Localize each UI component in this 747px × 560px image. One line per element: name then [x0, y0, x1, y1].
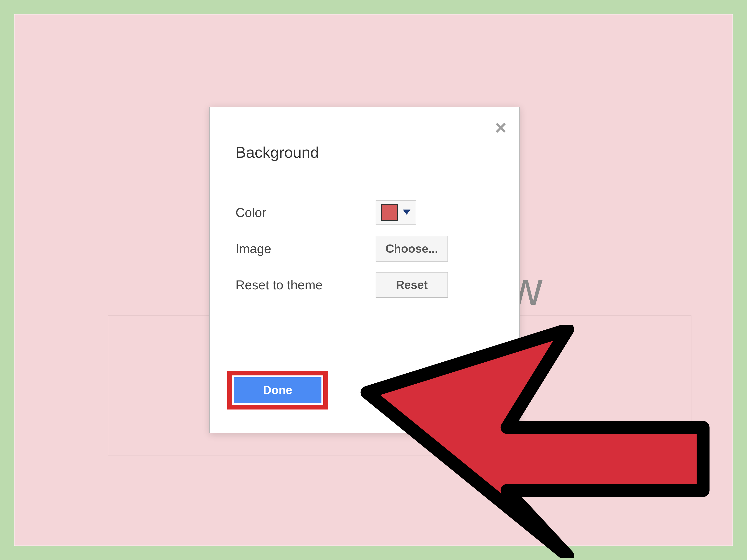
reset-button[interactable]: Reset: [376, 272, 448, 298]
content-frame: ow le × Background Color Image Choose...…: [14, 14, 733, 546]
color-label: Color: [235, 205, 376, 220]
image-label: Image: [235, 241, 376, 256]
row-image: Image Choose...: [235, 235, 503, 263]
color-picker[interactable]: [376, 201, 416, 225]
row-reset: Reset to theme Reset: [235, 271, 503, 299]
chevron-down-icon: [403, 210, 411, 216]
color-swatch-icon: [381, 204, 398, 221]
done-button[interactable]: Done: [234, 377, 321, 403]
choose-button[interactable]: Choose...: [376, 236, 448, 262]
close-icon[interactable]: ×: [495, 117, 507, 137]
dialog-title: Background: [235, 143, 503, 161]
row-color: Color: [235, 198, 503, 226]
background-dialog: × Background Color Image Choose... Reset…: [209, 107, 520, 433]
svg-marker-0: [403, 210, 411, 215]
done-highlight-box: Done: [227, 371, 328, 409]
reset-label: Reset to theme: [235, 277, 376, 292]
